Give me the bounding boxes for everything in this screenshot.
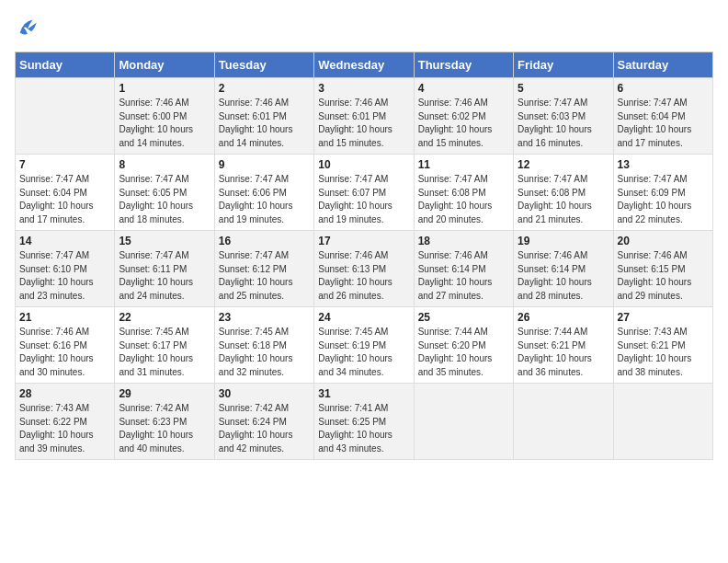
calendar-cell: 18Sunrise: 7:46 AM Sunset: 6:14 PM Dayli… bbox=[414, 231, 513, 307]
day-number: 4 bbox=[418, 82, 509, 95]
calendar-cell: 13Sunrise: 7:47 AM Sunset: 6:09 PM Dayli… bbox=[613, 155, 712, 231]
calendar-cell: 12Sunrise: 7:47 AM Sunset: 6:08 PM Dayli… bbox=[514, 155, 613, 231]
day-number: 28 bbox=[19, 387, 110, 400]
day-info: Sunrise: 7:47 AM Sunset: 6:12 PM Dayligh… bbox=[219, 249, 310, 303]
day-info: Sunrise: 7:45 AM Sunset: 6:19 PM Dayligh… bbox=[318, 326, 409, 379]
day-info: Sunrise: 7:44 AM Sunset: 6:21 PM Dayligh… bbox=[518, 326, 609, 379]
header bbox=[15, 15, 713, 40]
day-number: 31 bbox=[318, 387, 409, 400]
calendar-cell: 21Sunrise: 7:46 AM Sunset: 6:16 PM Dayli… bbox=[16, 307, 115, 384]
day-info: Sunrise: 7:42 AM Sunset: 6:24 PM Dayligh… bbox=[219, 402, 310, 455]
day-number: 10 bbox=[318, 158, 409, 171]
day-info: Sunrise: 7:47 AM Sunset: 6:08 PM Dayligh… bbox=[418, 173, 509, 226]
calendar-cell: 3Sunrise: 7:46 AM Sunset: 6:01 PM Daylig… bbox=[314, 78, 414, 155]
calendar-cell: 26Sunrise: 7:44 AM Sunset: 6:21 PM Dayli… bbox=[514, 307, 613, 384]
day-number: 3 bbox=[318, 82, 409, 95]
day-number: 21 bbox=[19, 311, 110, 324]
day-info: Sunrise: 7:46 AM Sunset: 6:16 PM Dayligh… bbox=[19, 326, 110, 379]
day-info: Sunrise: 7:46 AM Sunset: 6:01 PM Dayligh… bbox=[318, 97, 409, 150]
day-info: Sunrise: 7:44 AM Sunset: 6:20 PM Dayligh… bbox=[418, 326, 509, 379]
day-info: Sunrise: 7:45 AM Sunset: 6:18 PM Dayligh… bbox=[219, 326, 310, 379]
calendar-cell: 30Sunrise: 7:42 AM Sunset: 6:24 PM Dayli… bbox=[214, 384, 313, 460]
calendar-cell: 20Sunrise: 7:46 AM Sunset: 6:15 PM Dayli… bbox=[613, 231, 712, 307]
day-number: 15 bbox=[119, 235, 210, 247]
day-info: Sunrise: 7:46 AM Sunset: 6:00 PM Dayligh… bbox=[119, 97, 210, 150]
calendar-cell: 6Sunrise: 7:47 AM Sunset: 6:04 PM Daylig… bbox=[613, 78, 712, 155]
calendar-cell: 10Sunrise: 7:47 AM Sunset: 6:07 PM Dayli… bbox=[314, 155, 414, 231]
day-number: 5 bbox=[518, 82, 609, 95]
header-row: SundayMondayTuesdayWednesdayThursdayFrid… bbox=[16, 52, 713, 78]
day-number: 29 bbox=[119, 387, 210, 400]
day-number: 24 bbox=[318, 311, 409, 324]
day-info: Sunrise: 7:47 AM Sunset: 6:04 PM Dayligh… bbox=[19, 173, 110, 226]
calendar-table: SundayMondayTuesdayWednesdayThursdayFrid… bbox=[15, 52, 713, 460]
calendar-cell: 24Sunrise: 7:45 AM Sunset: 6:19 PM Dayli… bbox=[314, 307, 414, 384]
day-number: 17 bbox=[318, 235, 409, 247]
day-info: Sunrise: 7:47 AM Sunset: 6:04 PM Dayligh… bbox=[618, 97, 709, 150]
calendar-cell: 22Sunrise: 7:45 AM Sunset: 6:17 PM Dayli… bbox=[115, 307, 214, 384]
day-info: Sunrise: 7:47 AM Sunset: 6:10 PM Dayligh… bbox=[19, 249, 110, 303]
day-number: 30 bbox=[219, 387, 310, 400]
day-info: Sunrise: 7:47 AM Sunset: 6:07 PM Dayligh… bbox=[318, 173, 409, 226]
day-info: Sunrise: 7:46 AM Sunset: 6:02 PM Dayligh… bbox=[418, 97, 509, 150]
day-number: 14 bbox=[19, 235, 110, 247]
calendar-cell: 2Sunrise: 7:46 AM Sunset: 6:01 PM Daylig… bbox=[214, 78, 313, 155]
calendar-cell: 29Sunrise: 7:42 AM Sunset: 6:23 PM Dayli… bbox=[115, 384, 214, 460]
calendar-cell: 17Sunrise: 7:46 AM Sunset: 6:13 PM Dayli… bbox=[314, 231, 414, 307]
calendar-cell: 25Sunrise: 7:44 AM Sunset: 6:20 PM Dayli… bbox=[414, 307, 513, 384]
header-day-monday: Monday bbox=[115, 52, 214, 78]
calendar-cell bbox=[613, 384, 712, 460]
calendar-cell: 16Sunrise: 7:47 AM Sunset: 6:12 PM Dayli… bbox=[214, 231, 313, 307]
day-info: Sunrise: 7:41 AM Sunset: 6:25 PM Dayligh… bbox=[318, 402, 409, 455]
calendar-cell: 23Sunrise: 7:45 AM Sunset: 6:18 PM Dayli… bbox=[214, 307, 313, 384]
calendar-cell: 27Sunrise: 7:43 AM Sunset: 6:21 PM Dayli… bbox=[613, 307, 712, 384]
day-number: 12 bbox=[518, 158, 609, 171]
day-info: Sunrise: 7:43 AM Sunset: 6:22 PM Dayligh… bbox=[19, 402, 110, 455]
day-info: Sunrise: 7:47 AM Sunset: 6:09 PM Dayligh… bbox=[618, 173, 709, 226]
day-info: Sunrise: 7:47 AM Sunset: 6:03 PM Dayligh… bbox=[518, 97, 609, 150]
calendar-cell bbox=[514, 384, 613, 460]
day-number: 2 bbox=[219, 82, 310, 95]
day-info: Sunrise: 7:46 AM Sunset: 6:13 PM Dayligh… bbox=[318, 249, 409, 303]
calendar-cell: 11Sunrise: 7:47 AM Sunset: 6:08 PM Dayli… bbox=[414, 155, 513, 231]
calendar-cell: 8Sunrise: 7:47 AM Sunset: 6:05 PM Daylig… bbox=[115, 155, 214, 231]
day-number: 13 bbox=[618, 158, 709, 171]
calendar-header: SundayMondayTuesdayWednesdayThursdayFrid… bbox=[16, 52, 713, 78]
calendar-cell: 28Sunrise: 7:43 AM Sunset: 6:22 PM Dayli… bbox=[16, 384, 115, 460]
day-number: 27 bbox=[618, 311, 709, 324]
calendar-body: 1Sunrise: 7:46 AM Sunset: 6:00 PM Daylig… bbox=[16, 78, 713, 460]
calendar-cell: 7Sunrise: 7:47 AM Sunset: 6:04 PM Daylig… bbox=[16, 155, 115, 231]
day-number: 7 bbox=[19, 158, 110, 171]
day-number: 20 bbox=[618, 235, 709, 247]
header-day-friday: Friday bbox=[514, 52, 613, 78]
header-day-tuesday: Tuesday bbox=[214, 52, 313, 78]
day-number: 26 bbox=[518, 311, 609, 324]
header-day-saturday: Saturday bbox=[613, 52, 712, 78]
day-number: 23 bbox=[219, 311, 310, 324]
calendar-cell: 5Sunrise: 7:47 AM Sunset: 6:03 PM Daylig… bbox=[514, 78, 613, 155]
day-number: 25 bbox=[418, 311, 509, 324]
calendar-cell: 31Sunrise: 7:41 AM Sunset: 6:25 PM Dayli… bbox=[314, 384, 414, 460]
day-number: 22 bbox=[119, 311, 210, 324]
logo bbox=[15, 15, 44, 40]
day-number: 18 bbox=[418, 235, 509, 247]
week-row-1: 1Sunrise: 7:46 AM Sunset: 6:00 PM Daylig… bbox=[16, 78, 713, 155]
logo-bird-icon bbox=[15, 15, 40, 40]
header-day-wednesday: Wednesday bbox=[314, 52, 414, 78]
day-info: Sunrise: 7:46 AM Sunset: 6:01 PM Dayligh… bbox=[219, 97, 310, 150]
day-number: 16 bbox=[219, 235, 310, 247]
calendar-cell: 19Sunrise: 7:46 AM Sunset: 6:14 PM Dayli… bbox=[514, 231, 613, 307]
day-info: Sunrise: 7:47 AM Sunset: 6:06 PM Dayligh… bbox=[219, 173, 310, 226]
day-info: Sunrise: 7:47 AM Sunset: 6:11 PM Dayligh… bbox=[119, 249, 210, 303]
day-number: 9 bbox=[219, 158, 310, 171]
calendar-cell: 1Sunrise: 7:46 AM Sunset: 6:00 PM Daylig… bbox=[115, 78, 214, 155]
header-day-sunday: Sunday bbox=[16, 52, 115, 78]
week-row-3: 14Sunrise: 7:47 AM Sunset: 6:10 PM Dayli… bbox=[16, 231, 713, 307]
day-info: Sunrise: 7:46 AM Sunset: 6:14 PM Dayligh… bbox=[418, 249, 509, 303]
header-day-thursday: Thursday bbox=[414, 52, 513, 78]
day-number: 1 bbox=[119, 82, 210, 95]
calendar-cell: 9Sunrise: 7:47 AM Sunset: 6:06 PM Daylig… bbox=[214, 155, 313, 231]
week-row-2: 7Sunrise: 7:47 AM Sunset: 6:04 PM Daylig… bbox=[16, 155, 713, 231]
week-row-5: 28Sunrise: 7:43 AM Sunset: 6:22 PM Dayli… bbox=[16, 384, 713, 460]
calendar-cell bbox=[414, 384, 513, 460]
